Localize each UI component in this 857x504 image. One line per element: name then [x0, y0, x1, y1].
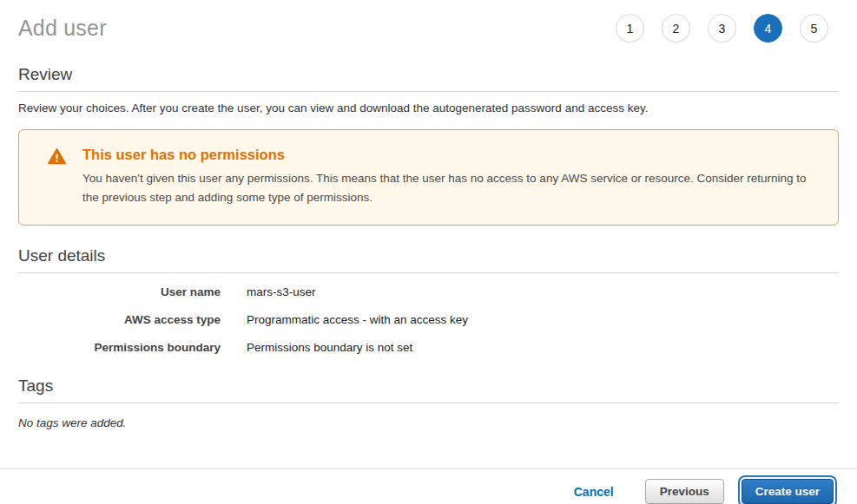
warning-content: This user has no permissions You haven't… [82, 147, 819, 207]
page-header: Add user 1 2 3 4 5 [18, 0, 839, 46]
warning-triangle-icon [48, 148, 66, 167]
cancel-link[interactable]: Cancel [574, 485, 614, 499]
user-details-divider [18, 272, 839, 273]
create-user-button[interactable]: Create user [742, 479, 834, 504]
detail-row-access-type: AWS access type Programmatic access - wi… [18, 313, 839, 326]
review-heading: Review [18, 65, 839, 84]
review-section: Review Review your choices. After you cr… [18, 65, 839, 115]
step-indicator-3: 3 [708, 14, 736, 43]
user-details-rows: User name mars-s3-user AWS access type P… [18, 285, 839, 354]
step-indicator-5: 5 [800, 14, 828, 43]
detail-label: User name [18, 285, 221, 298]
detail-label: AWS access type [18, 313, 221, 326]
wizard-footer: Cancel Previous Create user [0, 468, 857, 504]
step-indicator-2: 2 [662, 14, 690, 43]
wizard-step-indicators: 1 2 3 4 5 [616, 14, 828, 43]
tags-section: Tags No tags were added. [18, 376, 839, 429]
detail-row-permissions-boundary: Permissions boundary Permissions boundar… [18, 341, 839, 354]
step-indicator-4-active: 4 [754, 14, 782, 43]
detail-value: Programmatic access - with an access key [247, 313, 468, 326]
add-user-wizard-page: Add user 1 2 3 4 5 Review Review your ch… [0, 0, 857, 504]
no-permissions-warning-box: This user has no permissions You haven't… [18, 129, 839, 226]
detail-value: mars-s3-user [247, 285, 316, 298]
warning-title: This user has no permissions [82, 147, 819, 163]
warning-body: You haven't given this user any permissi… [82, 169, 819, 207]
tags-empty-text: No tags were added. [18, 416, 839, 429]
page-content: Add user 1 2 3 4 5 Review Review your ch… [0, 0, 857, 468]
page-title: Add user [18, 16, 107, 41]
tags-divider [18, 403, 839, 403]
detail-value: Permissions boundary is not set [247, 341, 412, 354]
previous-button[interactable]: Previous [645, 479, 724, 504]
detail-row-user-name: User name mars-s3-user [18, 285, 839, 298]
user-details-section: User details User name mars-s3-user AWS … [18, 246, 839, 354]
tags-heading: Tags [18, 376, 839, 396]
user-details-heading: User details [18, 246, 839, 265]
review-description: Review your choices. After you create th… [18, 101, 839, 115]
step-indicator-1: 1 [616, 14, 644, 43]
review-divider [18, 91, 839, 92]
detail-label: Permissions boundary [18, 341, 221, 354]
